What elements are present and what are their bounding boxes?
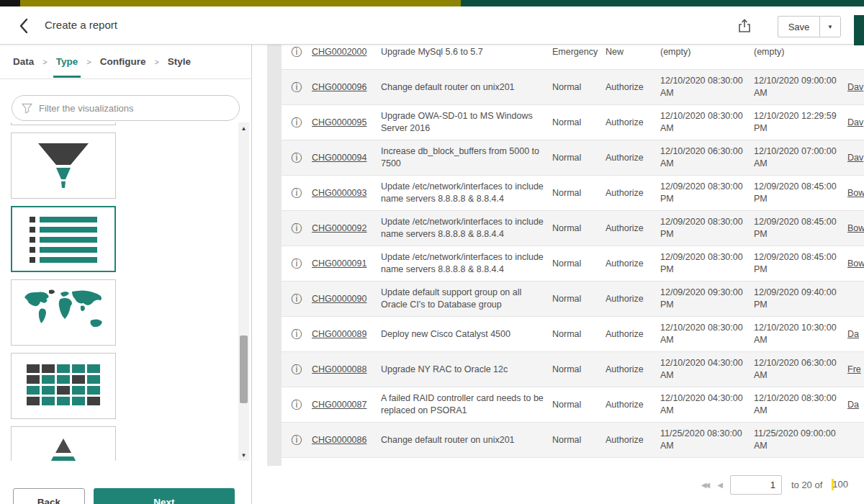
step-configure[interactable]: Configure bbox=[100, 56, 146, 67]
filter-visualizations-box bbox=[12, 95, 240, 121]
scroll-down-arrow[interactable]: ▼ bbox=[238, 449, 249, 461]
info-icon[interactable]: ⓘ bbox=[292, 45, 302, 58]
change-number-link[interactable]: CHG0000094 bbox=[312, 153, 366, 163]
short-description-cell: Update /etc/network/interfaces to includ… bbox=[381, 216, 552, 240]
assignee-link[interactable]: Dav bbox=[847, 82, 863, 92]
info-icon[interactable]: ⓘ bbox=[292, 257, 302, 269]
assignee-link[interactable]: Bow bbox=[847, 188, 864, 198]
next-button[interactable]: Next bbox=[94, 488, 235, 504]
info-icon[interactable]: ⓘ bbox=[292, 222, 302, 234]
info-icon[interactable]: ⓘ bbox=[292, 363, 302, 375]
priority-cell: Emergency bbox=[552, 46, 606, 58]
planned-start-cell: 12/10/2020 04:30:00 AM bbox=[660, 357, 754, 382]
info-icon[interactable]: ⓘ bbox=[292, 328, 302, 340]
scroll-up-arrow[interactable]: ▲ bbox=[238, 122, 249, 134]
table-row: ⓘ CHG0000086 Change default router on un… bbox=[282, 423, 864, 458]
change-number-link[interactable]: CHG0000088 bbox=[312, 364, 366, 374]
save-dropdown-button[interactable]: ▼ bbox=[819, 16, 841, 37]
priority-cell: Normal bbox=[552, 187, 606, 199]
viz-card-world-map[interactable] bbox=[11, 279, 116, 346]
table-row: ⓘ CHG0000094 Increase db_block_buffers f… bbox=[282, 140, 864, 176]
planned-start-cell: 12/09/2020 08:30:00 PM bbox=[660, 251, 754, 276]
change-number-link[interactable]: CHG0000087 bbox=[312, 400, 366, 410]
planned-start-cell: 12/09/2020 08:30:00 PM bbox=[660, 181, 754, 205]
priority-cell: Normal bbox=[552, 399, 606, 411]
change-number-link[interactable]: CHG0000093 bbox=[312, 188, 366, 198]
right-edge-accent bbox=[854, 15, 864, 45]
pagination-total: 100 bbox=[832, 479, 848, 491]
save-button[interactable]: Save bbox=[778, 16, 819, 37]
priority-cell: Normal bbox=[552, 258, 606, 270]
save-button-group: Save ▼ bbox=[778, 16, 841, 37]
step-style[interactable]: Style bbox=[168, 56, 191, 67]
bar-list-icon bbox=[24, 214, 103, 264]
info-icon[interactable]: ⓘ bbox=[292, 186, 302, 199]
page-number-input[interactable] bbox=[730, 475, 782, 495]
change-number-link[interactable]: CHG0000086 bbox=[312, 435, 366, 445]
back-chevron-button[interactable] bbox=[14, 17, 33, 35]
assignee-link[interactable]: Dav bbox=[847, 153, 863, 163]
info-icon[interactable]: ⓘ bbox=[292, 151, 302, 163]
state-cell: Authorize bbox=[606, 293, 660, 305]
strip-green-segment bbox=[461, 0, 864, 6]
planned-start-cell: 12/10/2020 06:30:00 AM bbox=[660, 145, 754, 170]
short-description-cell: Increase db_block_buffers from 5000 to 7… bbox=[381, 145, 552, 170]
info-icon[interactable]: ⓘ bbox=[292, 81, 302, 93]
viz-card-funnel[interactable] bbox=[11, 132, 116, 199]
page-title: Create a report bbox=[45, 19, 117, 31]
pagination-bar: ◀◀ ◀ to 20 of 100 bbox=[701, 474, 848, 495]
info-icon[interactable]: ⓘ bbox=[292, 292, 302, 305]
step-type[interactable]: Type bbox=[56, 56, 78, 67]
info-icon[interactable]: ⓘ bbox=[292, 398, 302, 410]
planned-end-cell: 12/10/2020 06:30:00 AM bbox=[754, 357, 847, 382]
viz-card-heatmap[interactable] bbox=[11, 353, 116, 419]
info-icon[interactable]: ⓘ bbox=[292, 433, 302, 446]
report-table: ⓘ CHG0002000 Upgrade MySql 5.6 to 5.7 Em… bbox=[282, 45, 864, 467]
step-data[interactable]: Data bbox=[13, 56, 34, 67]
filter-funnel-icon bbox=[22, 103, 32, 114]
chevron-right-icon: > bbox=[86, 58, 91, 66]
report-table-body: ⓘ CHG0002000 Upgrade MySql 5.6 to 5.7 Em… bbox=[282, 45, 864, 458]
state-cell: Authorize bbox=[606, 117, 660, 129]
planned-start-cell: 12/10/2020 04:30:00 AM bbox=[660, 392, 754, 417]
info-icon[interactable]: ⓘ bbox=[292, 116, 302, 128]
table-row: ⓘ CHG0000092 Update /etc/network/interfa… bbox=[282, 211, 864, 246]
assignee-link[interactable]: Fre bbox=[847, 364, 861, 374]
state-cell: Authorize bbox=[606, 222, 660, 235]
change-number-link[interactable]: CHG0000095 bbox=[312, 117, 366, 127]
table-row: ⓘ CHG0000093 Update /etc/network/interfa… bbox=[282, 176, 864, 211]
planned-end-cell: 11/25/2020 09:00:00 AM bbox=[754, 428, 847, 452]
viz-card-pyramid[interactable] bbox=[11, 426, 116, 461]
scrollbar-thumb[interactable] bbox=[240, 336, 248, 403]
first-page-button[interactable]: ◀◀ bbox=[701, 481, 708, 489]
filter-visualizations-input[interactable] bbox=[39, 103, 230, 114]
share-button[interactable] bbox=[734, 17, 755, 35]
assignee-link[interactable]: Bow bbox=[847, 223, 864, 233]
viz-card-partial bbox=[11, 122, 116, 125]
back-button[interactable]: Back bbox=[13, 488, 85, 504]
assignee-link[interactable]: Da bbox=[847, 329, 859, 339]
change-number-link[interactable]: CHG0000090 bbox=[312, 294, 366, 304]
caret-down-icon: ▼ bbox=[827, 24, 833, 30]
share-export-icon bbox=[738, 19, 751, 33]
planned-end-cell: 12/10/2020 12:29:59 PM bbox=[754, 110, 847, 135]
priority-cell: Normal bbox=[552, 293, 606, 305]
assignee-link[interactable]: Da bbox=[847, 400, 859, 410]
priority-cell: Normal bbox=[552, 81, 606, 94]
short-description-cell: Upgrade NY RAC to Oracle 12c bbox=[381, 364, 552, 376]
change-number-link[interactable]: CHG0000096 bbox=[312, 82, 366, 92]
pagination-range-text: to 20 of bbox=[791, 480, 822, 490]
change-number-link[interactable]: CHG0000092 bbox=[312, 223, 366, 233]
header-bar: Create a report Save ▼ bbox=[0, 6, 864, 45]
priority-cell: Normal bbox=[552, 364, 606, 376]
viz-card-bar-list[interactable] bbox=[11, 206, 116, 272]
change-number-link[interactable]: CHG0002000 bbox=[312, 47, 366, 57]
assignee-link[interactable]: Bow bbox=[847, 258, 864, 269]
visualization-list bbox=[11, 122, 234, 461]
priority-cell: Normal bbox=[552, 328, 606, 341]
previous-page-button[interactable]: ◀ bbox=[717, 481, 721, 489]
change-number-link[interactable]: CHG0000089 bbox=[312, 329, 366, 339]
change-number-link[interactable]: CHG0000091 bbox=[312, 258, 366, 269]
wizard-steps: Data > Type > Configure > Style bbox=[0, 45, 251, 79]
assignee-link[interactable]: Dav bbox=[847, 117, 863, 127]
